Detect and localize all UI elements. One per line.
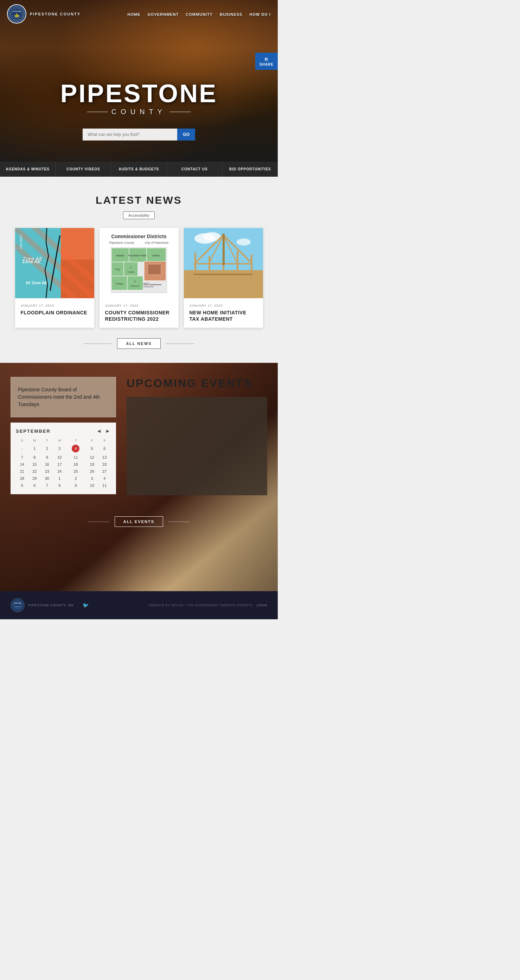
cal-day[interactable]: 1 (29, 443, 41, 454)
cal-day[interactable]: 6 (29, 482, 41, 489)
hero-main-title: PIPESTONE (0, 81, 278, 106)
accessibility-button[interactable]: Accessibility (123, 212, 155, 219)
bottom-nav-audits[interactable]: AUDITS & BUDGETS (111, 162, 167, 177)
footer-credit: WEBSITE BY REVIZE - THE GOVERNMENT WEBSI… (149, 603, 253, 607)
cal-day[interactable]: 10 (86, 482, 99, 489)
svg-rect-24 (124, 262, 138, 276)
cal-day[interactable]: 8 (53, 482, 66, 489)
cal-day[interactable]: 23 (41, 468, 53, 475)
cal-day[interactable]: 24 (53, 468, 66, 475)
footer-logo: PIPESTONE COUNTY (11, 598, 25, 612)
svg-text:Fountain Prairie: Fountain Prairie (128, 254, 148, 257)
cal-day[interactable]: 21 (16, 468, 29, 475)
bottom-nav-videos[interactable]: COUNTY VIDEOS (56, 162, 111, 177)
subtitle-line-right (170, 112, 191, 112)
events-section: Pipestone County Board of Commissioners … (0, 363, 278, 591)
news-card-commissioner[interactable]: Commissioner Districts Pipestone County … (99, 228, 179, 328)
cal-day[interactable]: 9 (41, 454, 53, 461)
cal-day[interactable]: 1 (53, 475, 66, 482)
nav-government[interactable]: GOVERNMENT (148, 12, 179, 16)
cal-day[interactable]: 27 (98, 468, 111, 475)
cal-day[interactable]: 29 (29, 475, 41, 482)
cal-day[interactable]: 26 (86, 468, 99, 475)
commissioner-map-subtitle: Pipestone County City of Pipestone (109, 241, 168, 245)
cal-day[interactable]: 12 (86, 454, 99, 461)
news-title-newhome: NEW HOME INITIATIVE TAX ABATEMENT (190, 309, 257, 322)
calendar-days-header: S M T W T F S (16, 438, 111, 443)
bottom-nav-agendas[interactable]: AGENDAS & MINUTES (0, 162, 56, 177)
cal-day[interactable]: 18 (66, 461, 86, 468)
all-events-line-left (88, 522, 109, 522)
share-button[interactable]: ⎋ SHARE (255, 52, 278, 70)
cal-day[interactable]: 4 (98, 475, 111, 482)
cal-day-today[interactable]: 4 (66, 443, 86, 454)
footer-login-link[interactable]: LOGIN (256, 603, 267, 607)
bottom-nav-bids[interactable]: BID OPPORTUNITIES (223, 162, 278, 177)
svg-text:1: 1 (130, 266, 131, 269)
cal-day[interactable]: 7 (41, 482, 53, 489)
hero-subtitle: COUNTY (0, 108, 278, 116)
cal-day[interactable]: 9 (66, 482, 86, 489)
cal-day[interactable]: 30 (41, 475, 53, 482)
footer-left: PIPESTONE COUNTY PIPESTONE COUNTY, MN 🐦 (11, 598, 89, 612)
subtitle-line-left (87, 112, 108, 112)
news-card-image-commissioner: Commissioner Districts Pipestone County … (99, 228, 179, 298)
cal-day[interactable]: 11 (98, 482, 111, 489)
cal-day[interactable]: 20 (98, 461, 111, 468)
cal-day[interactable]: - (16, 443, 29, 454)
cal-day[interactable]: 8 (29, 454, 41, 461)
cal-day[interactable]: 16 (41, 461, 53, 468)
cal-day[interactable]: 5 (86, 443, 99, 454)
cal-day[interactable]: 10 (53, 454, 66, 461)
cal-day[interactable]: 22 (29, 468, 41, 475)
cal-header-w: W (53, 438, 66, 443)
page-footer: PIPESTONE COUNTY PIPESTONE COUNTY, MN 🐦 … (0, 591, 278, 619)
search-button[interactable]: GO (177, 129, 195, 140)
calendar-grid: S M T W T F S - 1 2 (16, 438, 111, 489)
svg-rect-50 (194, 274, 252, 275)
cal-day[interactable]: 14 (16, 461, 29, 468)
news-card-newhome[interactable]: JANUARY 17, 2023 NEW HOME INITIATIVE TAX… (184, 228, 263, 328)
nav-how-do-i[interactable]: HOW DO I (249, 12, 271, 16)
share-icon: ⎋ (260, 56, 274, 62)
search-input[interactable] (83, 129, 177, 140)
all-events-line-right (168, 522, 190, 522)
cal-day[interactable]: 2 (66, 475, 86, 482)
twitter-icon[interactable]: 🐦 (83, 602, 89, 608)
latest-news-section: LATEST NEWS Accessibility Zone AE (0, 177, 278, 363)
cal-day[interactable]: 13 (98, 454, 111, 461)
cal-day[interactable]: 6 (98, 443, 111, 454)
cal-header-s1: S (16, 438, 29, 443)
calendar-widget: SEPTEMBER ◀ ▶ S M T W T F (11, 423, 116, 494)
cal-day[interactable]: 15 (29, 461, 41, 468)
news-card-floodplain[interactable]: Zone AE 100 FEET AY Zone AE JANUARY 17, … (15, 228, 94, 328)
cal-day[interactable]: 17 (53, 461, 66, 468)
calendar-week-3: 14 15 16 17 18 19 20 (16, 461, 111, 468)
cal-day[interactable]: 25 (66, 468, 86, 475)
calendar-next-button[interactable]: ▶ (105, 428, 111, 434)
svg-rect-44 (195, 253, 196, 291)
cal-day[interactable]: 7 (16, 454, 29, 461)
nav-business[interactable]: BUSINESS (220, 12, 242, 16)
cal-day[interactable]: 3 (53, 443, 66, 454)
svg-rect-47 (237, 251, 238, 291)
cal-day[interactable]: 11 (66, 454, 86, 461)
all-events-button[interactable]: ALL EVENTS (115, 516, 163, 527)
news-card-image-newhome (184, 228, 263, 298)
calendar-prev-button[interactable]: ◀ (96, 428, 102, 434)
cal-day[interactable]: 28 (16, 475, 29, 482)
all-news-button[interactable]: ALL NEWS (117, 338, 160, 349)
cal-day[interactable]: 3 (86, 475, 99, 482)
cal-day[interactable]: 5 (16, 482, 29, 489)
bottom-nav-contact[interactable]: CONTACT US (167, 162, 223, 177)
nav-community[interactable]: COMMUNITY (186, 12, 213, 16)
svg-text:AY Zone AE: AY Zone AE (26, 281, 47, 285)
logo-seal: PIPESTONE COUNTY (9, 6, 25, 22)
nav-logo[interactable]: PIPESTONE COUNTY (7, 4, 26, 24)
nav-home[interactable]: HOME (128, 12, 140, 16)
calendar-navigation: ◀ ▶ (96, 428, 111, 434)
cal-day[interactable]: 19 (86, 461, 99, 468)
cal-day[interactable]: 2 (41, 443, 53, 454)
svg-text:PIPESTONE: PIPESTONE (14, 603, 21, 604)
svg-point-43 (237, 239, 251, 245)
